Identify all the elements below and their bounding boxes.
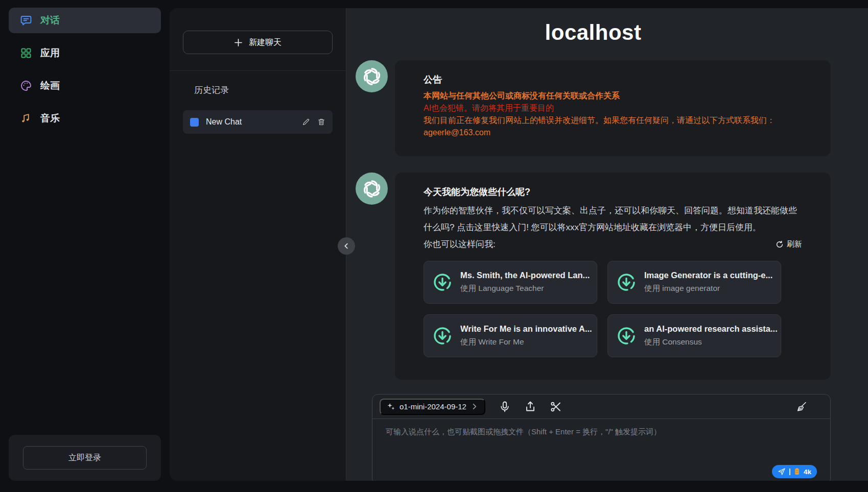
suggestion-subtitle: 使用 Consensus [644, 337, 778, 348]
download-circle-icon [432, 272, 453, 292]
contact-email-link[interactable]: ageerle@163.com [424, 128, 490, 137]
welcome-body: 作为你的智慧伙伴，我不仅可以写文案、出点子，还可以和你聊天、回答问题。想知道我还… [424, 202, 802, 236]
token-count: 4k [804, 468, 811, 476]
announcement-line: 我们目前正在修复我们网站上的错误并改进细节。如果您有任何疑问，请通过以下方式联系… [424, 114, 802, 127]
refresh-suggestions-button[interactable]: 刷新 [776, 239, 802, 249]
chevron-left-icon [342, 242, 350, 250]
refresh-label: 刷新 [787, 239, 802, 249]
suggestion-subtitle: 使用 Language Teacher [460, 283, 590, 294]
refresh-icon [776, 240, 784, 249]
announcement-line: AI也会犯错。请勿将其用于重要目的 [424, 102, 802, 114]
sidebar-item-draw[interactable]: 绘画 [9, 73, 161, 99]
chat-item-title: New Chat [206, 117, 295, 127]
welcome-heading: 今天我能为您做些什么呢? [424, 186, 802, 198]
history-divider [170, 70, 346, 71]
new-chat-label: 新建聊天 [249, 37, 281, 48]
sidebar: 对话 应用 绘画 音乐 立即登录 [0, 0, 170, 492]
token-battery-icon [794, 468, 800, 476]
chat-input[interactable] [372, 419, 830, 481]
sparkles-icon [387, 402, 395, 411]
sidebar-item-label: 应用 [40, 46, 60, 60]
ask-prompt: 你也可以这样问我: [424, 236, 496, 253]
scissors-icon[interactable] [550, 401, 562, 413]
chevron-right-icon [471, 403, 478, 410]
openai-logo-icon [361, 178, 383, 200]
chat-item-icon [190, 118, 199, 127]
microphone-icon[interactable] [499, 401, 511, 413]
download-circle-icon [432, 326, 453, 346]
suggestion-subtitle: 使用 Write For Me [460, 337, 592, 348]
app-window: 对话 应用 绘画 音乐 立即登录 [0, 0, 868, 492]
announcement-bubble: 公告 本网站与任何其他公司或商标没有任何关联或合作关系 AI也会犯错。请勿将其用… [395, 60, 831, 156]
plus-icon [234, 38, 243, 47]
composer-input-area: 4k [372, 419, 830, 481]
conversation-area: localhost 公告 本网站与任何其他公司或商标没有任何关联或合作关系 AI… [346, 8, 868, 481]
paper-plane-icon [778, 468, 786, 476]
announcement-heading: 公告 [424, 73, 802, 86]
sidebar-item-music[interactable]: 音乐 [9, 106, 161, 131]
send-button[interactable]: 4k [772, 465, 817, 478]
page-title: localhost [356, 20, 831, 45]
suggestion-card[interactable]: Image Generator is a cutting-e... 使用 ima… [607, 261, 781, 304]
apps-grid-icon [20, 47, 32, 59]
openai-logo-icon [361, 65, 383, 88]
composer-toolbar: o1-mini-2024-09-12 [372, 395, 830, 419]
login-card: 立即登录 [9, 435, 161, 481]
sidebar-item-apps[interactable]: 应用 [9, 40, 161, 66]
sidebar-item-label: 音乐 [40, 112, 60, 125]
chat-bubble-icon [20, 14, 32, 27]
suggestion-title: Ms. Smith, the AI-powered Lan... [460, 270, 590, 280]
message-announcement: 公告 本网站与任何其他公司或商标没有任何关联或合作关系 AI也会犯错。请勿将其用… [356, 60, 831, 156]
sidebar-item-label: 绘画 [40, 79, 60, 92]
history-item[interactable]: New Chat [183, 110, 333, 134]
composer: o1-mini-2024-09-12 [372, 394, 831, 481]
suggestion-subtitle: 使用 image generator [644, 283, 772, 294]
suggestion-title: Write For Me is an innovative A... [460, 324, 592, 334]
assistant-avatar [356, 173, 388, 205]
new-chat-button[interactable]: 新建聊天 [183, 31, 333, 54]
edit-icon[interactable] [302, 118, 310, 126]
welcome-bubble: 今天我能为您做些什么呢? 作为你的智慧伙伴，我不仅可以写文案、出点子，还可以和你… [395, 173, 831, 380]
model-name: o1-mini-2024-09-12 [400, 402, 466, 411]
send-divider [789, 469, 790, 475]
download-circle-icon [616, 272, 637, 292]
sidebar-item-label: 对话 [40, 14, 60, 27]
content-panel: 新建聊天 历史记录 New Chat localhost [170, 8, 868, 481]
upload-icon[interactable] [524, 401, 536, 413]
collapse-sidebar-button[interactable] [338, 237, 355, 255]
history-title: 历史记录 [194, 84, 333, 96]
sidebar-item-chat[interactable]: 对话 [9, 8, 161, 33]
suggestion-card[interactable]: Ms. Smith, the AI-powered Lan... 使用 Lang… [424, 261, 597, 304]
delete-icon[interactable] [317, 118, 325, 126]
announcement-line: 本网站与任何其他公司或商标没有任何关联或合作关系 [424, 90, 802, 102]
suggestion-card[interactable]: Write For Me is an innovative A... 使用 Wr… [424, 314, 597, 357]
clear-broom-icon[interactable] [795, 401, 808, 413]
music-note-icon [20, 112, 32, 125]
suggestion-grid: Ms. Smith, the AI-powered Lan... 使用 Lang… [424, 261, 802, 357]
chat-list-panel: 新建聊天 历史记录 New Chat [170, 8, 346, 481]
palette-icon [20, 80, 32, 92]
login-button[interactable]: 立即登录 [23, 446, 147, 470]
assistant-avatar [356, 60, 388, 92]
message-welcome: 今天我能为您做些什么呢? 作为你的智慧伙伴，我不仅可以写文案、出点子，还可以和你… [356, 173, 831, 380]
model-selector[interactable]: o1-mini-2024-09-12 [380, 399, 485, 415]
suggestion-title: an AI-powered research assista... [644, 324, 778, 334]
suggestion-title: Image Generator is a cutting-e... [644, 270, 772, 280]
download-circle-icon [616, 326, 637, 346]
suggestion-card[interactable]: an AI-powered research assista... 使用 Con… [607, 314, 781, 357]
